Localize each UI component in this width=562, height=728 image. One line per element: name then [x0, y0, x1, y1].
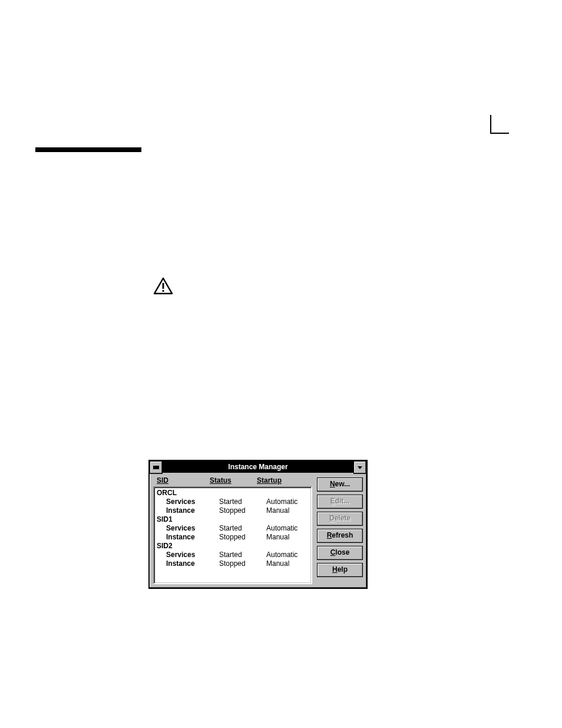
button-column: New...Edit...DeleteRefreshCloseHelp	[317, 476, 363, 584]
list-row[interactable]: ORCL	[157, 489, 309, 498]
cell-sid: SID1	[157, 515, 210, 524]
cell-startup	[257, 489, 309, 498]
cell-sid: Services	[157, 551, 219, 559]
cell-status: Stopped	[219, 506, 266, 515]
list-row[interactable]: SID1	[157, 515, 309, 524]
list-row[interactable]: ServicesStartedAutomatic	[157, 498, 309, 506]
cell-startup: Manual	[266, 506, 309, 515]
header-sid: SID	[157, 476, 210, 485]
list-row[interactable]: InstanceStoppedManual	[157, 559, 309, 568]
divider-rule	[35, 147, 141, 152]
titlebar[interactable]: Instance Manager	[150, 461, 366, 473]
cell-status	[210, 542, 257, 551]
refresh-button[interactable]: Refresh	[317, 529, 363, 543]
window-title: Instance Manager	[163, 461, 353, 473]
cell-status	[210, 515, 257, 524]
header-startup: Startup	[257, 476, 310, 485]
delete-button: Delete	[317, 512, 363, 526]
edit-button: Edit...	[317, 495, 363, 509]
system-menu-button[interactable]	[150, 461, 163, 474]
list-row[interactable]: SID2	[157, 542, 309, 551]
instance-manager-dialog: Instance Manager SID Status Startup ORCL…	[148, 460, 368, 589]
cell-sid: SID2	[157, 542, 210, 551]
list-row[interactable]: ServicesStartedAutomatic	[157, 551, 309, 559]
cell-sid: Services	[157, 498, 219, 506]
cell-startup: Manual	[266, 559, 309, 568]
cell-sid: ORCL	[157, 489, 210, 498]
cell-startup	[257, 515, 309, 524]
help-button[interactable]: Help	[317, 563, 363, 577]
list-headers: SID Status Startup	[153, 476, 312, 486]
cell-status: Started	[219, 551, 266, 559]
cell-startup: Manual	[266, 533, 309, 542]
minimize-icon	[357, 465, 363, 470]
new-button[interactable]: New...	[317, 477, 363, 492]
list-row[interactable]: InstanceStoppedManual	[157, 533, 309, 542]
cell-status: Started	[219, 524, 266, 533]
cell-status: Stopped	[219, 559, 266, 568]
system-menu-icon	[153, 467, 159, 468]
cell-startup: Automatic	[266, 551, 309, 559]
crop-mark	[490, 115, 509, 134]
close-button[interactable]: Close	[317, 546, 363, 560]
svg-rect-1	[163, 290, 164, 292]
header-status: Status	[210, 476, 257, 485]
minimize-button[interactable]	[353, 461, 366, 474]
cell-startup	[257, 542, 309, 551]
cell-sid: Services	[157, 524, 219, 533]
warning-icon	[153, 277, 173, 297]
cell-status: Started	[219, 498, 266, 506]
cell-sid: Instance	[157, 559, 219, 568]
cell-status	[210, 489, 257, 498]
svg-rect-0	[163, 283, 164, 289]
cell-startup: Automatic	[266, 498, 309, 506]
list-row[interactable]: InstanceStoppedManual	[157, 506, 309, 515]
cell-sid: Instance	[157, 506, 219, 515]
cell-sid: Instance	[157, 533, 219, 542]
instance-list[interactable]: ORCLServicesStartedAutomaticInstanceStop…	[153, 486, 312, 584]
cell-startup: Automatic	[266, 524, 309, 533]
cell-status: Stopped	[219, 533, 266, 542]
list-row[interactable]: ServicesStartedAutomatic	[157, 524, 309, 533]
